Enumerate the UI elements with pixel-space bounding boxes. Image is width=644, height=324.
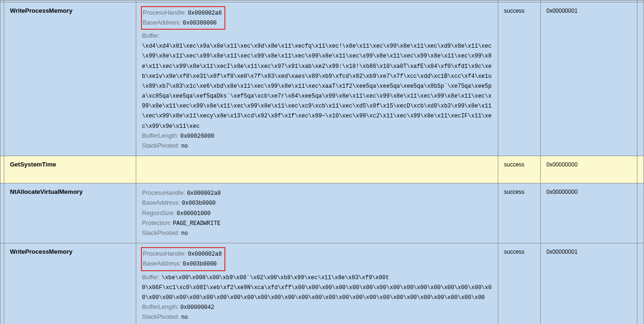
table-row: NtAllocateVirtualMemory ProcessHandle: 0… <box>0 183 644 243</box>
arg-value: \xd4\xd4\x81\xec\x9a\x8e\x11\xec\x9d\x8e… <box>142 43 492 130</box>
return-value: 0x00000001 <box>546 249 578 255</box>
arg-value: 0x000002a8 <box>188 10 222 17</box>
api-name: GetSystemTime <box>10 161 56 168</box>
arg-value: 0x003b0000 <box>182 200 216 207</box>
arg-value: no <box>181 314 188 321</box>
arg-value: \xbe\x00\x008\x00\xb9\x00`\x02\x00\xb8\x… <box>142 274 492 301</box>
args-block: ProcessHandle: 0x000002a8 BaseAddress: 0… <box>142 7 492 151</box>
arg-value: 0x00026000 <box>180 133 214 140</box>
arg-value: no <box>181 143 188 150</box>
api-name: NtAllocateVirtualMemory <box>10 188 83 195</box>
arg-value: 0x00000042 <box>180 304 214 311</box>
arg-value: PAGE_READWRITE <box>173 220 221 227</box>
return-value: 0x00000000 <box>546 189 578 195</box>
arg-label: RegionSize: <box>142 209 175 216</box>
arg-value: 0x003b0000 <box>183 261 217 267</box>
arg-value: no <box>181 230 188 237</box>
api-name: WriteProcessMemory <box>10 7 73 14</box>
arg-value: 0x00380000 <box>183 20 217 26</box>
arg-label: StackPivoted: <box>142 229 180 236</box>
arg-label: BaseAddress: <box>143 19 181 26</box>
arg-label: ProcessHandle: <box>143 250 186 257</box>
table-row: WriteProcessMemory ProcessHandle: 0x0000… <box>0 2 644 156</box>
return-value: 0x00000001 <box>546 8 578 14</box>
arg-label: BaseAddress: <box>143 260 181 267</box>
table-row: WriteProcessMemory ProcessHandle: 0x0000… <box>0 243 644 324</box>
arg-label: BufferLength: <box>142 132 179 139</box>
arg-value: 0x00001000 <box>177 210 211 217</box>
arg-label: BufferLength: <box>142 303 179 310</box>
arg-label: ProcessHandle: <box>142 189 185 196</box>
api-calls-table: WriteProcessMemory ProcessHandle: 0x0000… <box>0 0 644 324</box>
highlight-box: ProcessHandle: 0x000002a8 BaseAddress: 0… <box>141 6 225 30</box>
highlight-box: ProcessHandle: 0x000002a8 BaseAddress: 0… <box>141 247 225 271</box>
arg-label: ProcessHandle: <box>143 9 186 16</box>
arg-value: 0x000002a8 <box>187 190 221 197</box>
arg-label: Buffer: <box>142 274 160 281</box>
arg-label: StackPivoted: <box>142 142 180 149</box>
table-row: GetSystemTime success 0x00000000 <box>0 156 644 183</box>
arg-value: 0x000002a8 <box>188 251 222 258</box>
arg-label: StackPivoted: <box>142 313 180 320</box>
api-name: WriteProcessMemory <box>10 248 73 255</box>
args-block: ProcessHandle: 0x000002a8 BaseAddress: 0… <box>142 248 492 322</box>
arg-label: BaseAddress: <box>142 199 180 206</box>
status: success <box>504 8 524 14</box>
arg-label: Protection: <box>142 219 171 226</box>
arg-label: Buffer: <box>142 32 160 39</box>
status: success <box>504 189 524 195</box>
args-block: ProcessHandle: 0x000002a8 BaseAddress: 0… <box>142 188 492 238</box>
status: success <box>504 249 524 255</box>
return-value: 0x00000000 <box>546 161 578 168</box>
status: success <box>504 161 524 168</box>
